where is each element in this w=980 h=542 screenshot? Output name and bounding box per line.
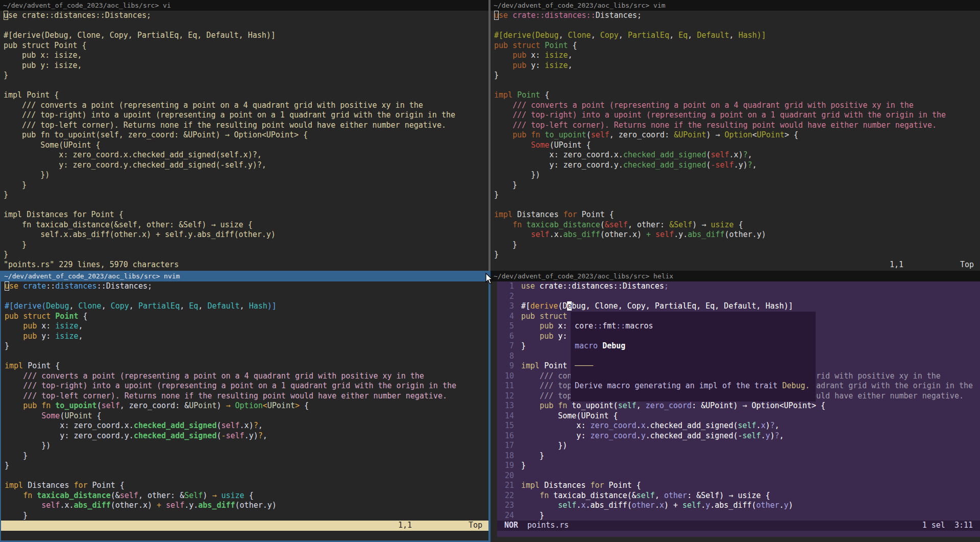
nvim-editor[interactable]: use crate::distances::Distances; #[deriv… [5,281,488,521]
helix-hover-popup: core::fmt::macros macro Debug ──── Deriv… [571,312,816,402]
pane-helix[interactable]: ~/dev/advent_of_code_2023/aoc_libs/src> … [491,271,980,542]
pane-vim[interactable]: ~/dev/advent_of_code_2023/aoc_libs/src> … [491,0,980,271]
vi-editor[interactable]: use crate::distances::Distances; #[deriv… [4,11,488,260]
vim-editor[interactable]: use crate::distances::Distances; #[deriv… [494,11,980,260]
vim-statusline: "points.rs" 229L, 5970B 1,1 Top [494,260,980,270]
pane-separator-bottom-active[interactable] [488,271,491,542]
helix-editor[interactable]: 123456789101112131415161718192021222324 … [497,281,980,537]
pane-vi[interactable]: ~/dev/advent_of_code_2023/aoc_libs/src> … [0,0,488,271]
vim-ruler-position: 1,1 [890,260,903,270]
nvim-ruler-top: Top [469,521,482,531]
helix-cursor-position: 3:11 [954,521,973,531]
helix-filename: points.rs [527,521,569,531]
pane-separator-top[interactable] [488,0,491,271]
pane-nvim-active[interactable]: ~/dev/advent_of_code_2023/aoc_libs/src> … [0,271,488,542]
nvim-statusline: points.rs 1,1 Top [1,521,488,531]
vi-statusline: "points.rs" 229 lines, 5970 characters [4,260,488,270]
terminal-multiplexer: ~/dev/advent_of_code_2023/aoc_libs/src> … [0,0,980,542]
mouse-cursor [485,273,495,285]
pane-title-vi[interactable]: ~/dev/advent_of_code_2023/aoc_libs/src> … [0,0,488,11]
pane-title-helix[interactable]: ~/dev/advent_of_code_2023/aoc_libs/src> … [491,271,980,281]
helix-line-numbers: 123456789101112131415161718192021222324 [497,281,514,521]
helix-statusline: NOR points.rs 1 sel 3:11 [497,521,980,531]
nvim-filename: points.rs [41,531,83,540]
vim-ruler-top: Top [960,260,974,270]
pane-title-nvim[interactable]: ~/dev/advent_of_code_2023/aoc_libs/src> … [1,271,488,281]
helix-selection-count: 1 sel [922,521,945,531]
helix-mode-indicator: NOR [497,521,527,531]
pane-title-vim[interactable]: ~/dev/advent_of_code_2023/aoc_libs/src> … [491,0,980,11]
nvim-ruler-position: 1,1 [398,521,412,531]
